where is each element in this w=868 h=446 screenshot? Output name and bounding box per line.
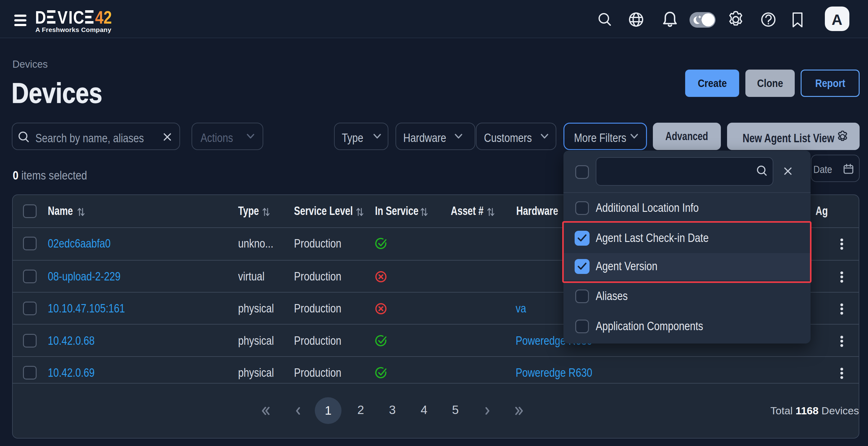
svg-text:V: V [57, 9, 68, 25]
svg-text:D: D [35, 9, 46, 25]
svg-text:C: C [73, 9, 84, 25]
svg-text:I: I [69, 9, 73, 25]
svg-text:42: 42 [95, 9, 112, 25]
svg-text:A: A [832, 11, 842, 28]
